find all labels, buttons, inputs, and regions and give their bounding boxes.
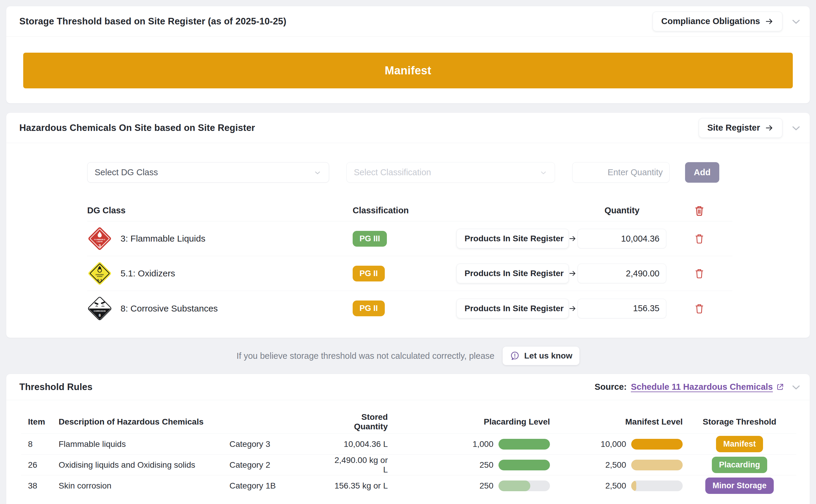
dg-class-label: 3: Flammable Liquids: [121, 234, 205, 244]
schedule-11-link[interactable]: Schedule 11 Hazardous Chemicals: [631, 382, 784, 392]
chemical-row: OXIDIZING AGENT 5.1 5.1: Oxidizers PG II…: [87, 256, 732, 291]
class-5-1-oxidizing-agent-placard-icon: OXIDIZING AGENT 5.1: [87, 261, 112, 286]
svg-text:OXIDIZING: OXIDIZING: [96, 274, 104, 276]
hazard-category: Category 2: [229, 460, 329, 470]
svg-text:CORROSIVE: CORROSIVE: [94, 310, 106, 312]
arrow-right-icon: [765, 17, 774, 26]
packing-group-badge: PG II: [353, 266, 385, 281]
storage-threshold-header: Storage Threshold based on Site Register…: [6, 6, 810, 37]
hazardous-chemicals-header: Hazardous Chemicals On Site based on Sit…: [6, 113, 810, 143]
storage-threshold-card: Storage Threshold based on Site Register…: [6, 6, 810, 104]
rule-row: 8 Flammable liquids Category 3 10,004.36…: [21, 433, 796, 454]
collapse-chevron-down-icon[interactable]: [791, 123, 801, 133]
placarding-level-value: 1,000: [473, 439, 493, 449]
site-register-label: Site Register: [707, 123, 760, 133]
external-link-icon: [776, 383, 784, 391]
source-label: Source:: [595, 382, 627, 392]
chemical-row: FLAMMABLE LIQUID 3 3: Flammable Liquids …: [87, 221, 732, 256]
chemical-row: CORROSIVE 8 8: Corrosive Substances PG I…: [87, 291, 732, 326]
hazard-category: Category 3: [229, 439, 329, 449]
storage-threshold-badge: Minor Storage: [705, 478, 774, 494]
svg-text:FLAMMABLE: FLAMMABLE: [94, 239, 105, 240]
hazardous-chemicals-card: Hazardous Chemicals On Site based on Sit…: [6, 112, 810, 338]
products-in-site-register-button[interactable]: Products In Site Register: [457, 299, 569, 318]
let-us-know-label: Let us know: [524, 351, 572, 361]
item-number: 26: [21, 460, 59, 470]
delete-row-trash-icon[interactable]: [693, 267, 706, 280]
quantity-column-header: Quantity: [578, 206, 666, 215]
let-us-know-button[interactable]: Let us know: [503, 347, 579, 365]
threshold-rules-table: Item Description of Hazardous Chemicals …: [6, 400, 810, 504]
storage-threshold-column-header: Storage Threshold: [683, 417, 796, 427]
manifest-progress-bar: [631, 439, 683, 450]
feedback-message: If you believe storage threshold was not…: [237, 351, 495, 361]
products-in-site-register-button[interactable]: Products In Site Register: [457, 264, 569, 283]
svg-text:AGENT: AGENT: [97, 276, 103, 277]
site-register-button[interactable]: Site Register: [699, 118, 782, 138]
rule-row: 38 Skin corrosion Category 1B 156.35 kg …: [21, 475, 796, 496]
stored-quantity-value: 10,004.36 L: [329, 439, 388, 449]
chemicals-table: DG Class Classification Quantity: [87, 200, 732, 326]
manifest-progress-bar: [631, 460, 683, 470]
dg-class-label: 5.1: Oxidizers: [121, 268, 175, 278]
chevron-down-icon: [313, 168, 322, 177]
packing-group-badge: PG II: [353, 300, 385, 316]
dg-class-select-placeholder: Select DG Class: [95, 168, 158, 177]
delete-row-trash-icon[interactable]: [693, 232, 706, 245]
add-chemical-form: Select DG Class Select Classification Ad…: [87, 162, 732, 183]
row-quantity-input[interactable]: [578, 264, 666, 283]
item-number: 8: [21, 439, 59, 449]
arrow-right-icon: [568, 304, 577, 313]
add-button[interactable]: Add: [685, 162, 719, 183]
manifest-level-value: 2,500: [605, 460, 626, 470]
row-quantity-input[interactable]: [578, 299, 666, 318]
row-quantity-input[interactable]: [578, 229, 666, 248]
compliance-obligations-button[interactable]: Compliance Obligations: [653, 12, 782, 31]
rule-row: 26 Oxidising liquids and Oxidising solid…: [21, 454, 796, 475]
hazard-description: Flammable liquids: [59, 439, 229, 449]
classification-select[interactable]: Select Classification: [346, 162, 555, 183]
products-in-site-register-button[interactable]: Products In Site Register: [457, 229, 569, 248]
stored-quantity-column-header: Stored Quantity: [329, 412, 388, 431]
stored-quantity-value: 156.35 kg or L: [329, 481, 388, 491]
svg-text:5.1: 5.1: [97, 278, 102, 282]
placarding-level-column-header: Placarding Level: [388, 417, 550, 427]
manifest-level-column-header: Manifest Level: [550, 417, 683, 427]
storage-threshold-badge: Manifest: [716, 436, 763, 452]
threshold-rules-header: Threshold Rules Source: Schedule 11 Haza…: [6, 374, 810, 400]
classification-column-header: Classification: [353, 206, 457, 215]
storage-threshold-badge: Placarding: [712, 457, 767, 473]
svg-text:8: 8: [99, 313, 101, 317]
feedback-bubble-exclamation-icon: [510, 351, 520, 361]
hazard-description: Skin corrosion: [59, 481, 229, 491]
compliance-obligations-label: Compliance Obligations: [661, 16, 760, 26]
threshold-rules-title: Threshold Rules: [19, 382, 93, 392]
chemicals-table-header: DG Class Classification Quantity: [87, 200, 732, 221]
manifest-progress-bar: [631, 480, 683, 491]
placarding-progress-bar: [498, 480, 550, 491]
rules-table-header: Item Description of Hazardous Chemicals …: [21, 410, 796, 433]
dg-class-select[interactable]: Select DG Class: [87, 162, 329, 183]
item-number: 38: [21, 481, 59, 491]
svg-text:3: 3: [99, 243, 101, 248]
delete-all-trash-icon[interactable]: [693, 204, 706, 217]
storage-threshold-result-banner: Manifest: [23, 53, 793, 88]
collapse-chevron-down-icon[interactable]: [791, 382, 801, 392]
placarding-level-value: 250: [479, 481, 493, 491]
class-3-flammable-liquid-placard-icon: FLAMMABLE LIQUID 3: [87, 226, 112, 251]
storage-threshold-title: Storage Threshold based on Site Register…: [19, 16, 286, 27]
manifest-level-value: 2,500: [605, 481, 626, 491]
delete-row-trash-icon[interactable]: [693, 302, 706, 315]
stored-quantity-value: 2,490.00 kg or L: [329, 456, 388, 475]
quantity-input[interactable]: [572, 162, 670, 183]
dg-class-label: 8: Corrosive Substances: [121, 303, 218, 314]
manifest-level-value: 10,000: [601, 439, 626, 449]
class-8-corrosive-placard-icon: CORROSIVE 8: [87, 296, 112, 321]
hazardous-chemicals-title: Hazardous Chemicals On Site based on Sit…: [19, 123, 255, 133]
collapse-chevron-down-icon[interactable]: [791, 16, 801, 27]
packing-group-badge: PG III: [353, 231, 387, 247]
chevron-down-icon: [539, 168, 548, 177]
hazard-category: Category 1B: [229, 481, 329, 491]
placarding-progress-bar: [498, 460, 550, 470]
placarding-level-value: 250: [479, 460, 493, 470]
